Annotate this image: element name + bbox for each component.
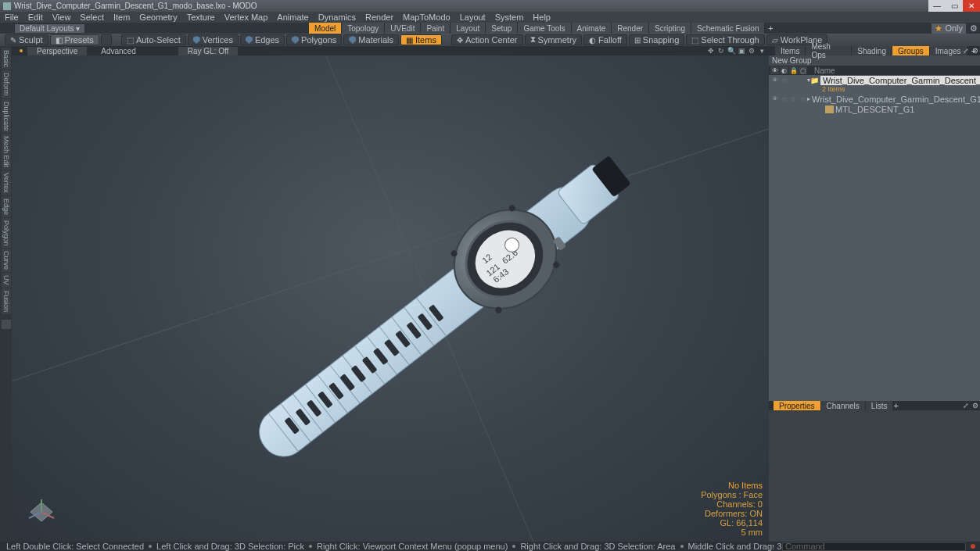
menu-select[interactable]: Select: [80, 13, 104, 22]
move-icon[interactable]: ✥: [707, 47, 715, 55]
rtab-items[interactable]: Items: [775, 46, 805, 55]
tree-root-label: Wrist_Dive_Computer_Garmin_Descent_G1: [820, 76, 980, 85]
vtab-uv[interactable]: UV: [2, 273, 11, 288]
vtab-edge[interactable]: Edge: [2, 196, 11, 217]
selectthrough-button[interactable]: ⬚ Select Through: [686, 34, 764, 45]
tab-model[interactable]: Model: [309, 23, 342, 34]
tab-paint[interactable]: Paint: [421, 23, 451, 34]
tab-layout[interactable]: Layout: [451, 23, 486, 34]
actioncenter-button[interactable]: ✥ Action Center: [451, 34, 523, 45]
record-button[interactable]: [968, 542, 977, 551]
vtab-fusion[interactable]: Fusion: [2, 288, 11, 314]
command-input[interactable]: Command: [782, 542, 966, 551]
menu-geometry[interactable]: Geometry: [139, 13, 177, 22]
menu-help[interactable]: Help: [533, 13, 551, 22]
ptab-lists[interactable]: Lists: [866, 401, 893, 410]
tab-uvedit[interactable]: UVEdit: [385, 23, 421, 34]
only-toggle[interactable]: ★Only: [932, 23, 966, 34]
viewport-header: Perspective Advanced Ray GL: Off ✥ ↻ 🔍 ▣…: [12, 46, 769, 55]
select-icon[interactable]: ▢: [799, 66, 807, 74]
minimize-button[interactable]: —: [928, 0, 946, 12]
menu-item[interactable]: Item: [113, 13, 130, 22]
tab-animate[interactable]: Animate: [572, 23, 612, 34]
rtab-images[interactable]: Images: [930, 46, 967, 55]
layout-tabs: Model Topology UVEdit Paint Layout Setup…: [309, 23, 776, 34]
maximize-button[interactable]: ▭: [946, 0, 963, 12]
layouts-dropdown[interactable]: Default Layouts ▾: [14, 23, 85, 34]
viewport-options-icon[interactable]: [20, 49, 23, 52]
view-perspective[interactable]: Perspective: [27, 47, 87, 55]
snapping-button[interactable]: ⊞ Snapping: [629, 34, 685, 45]
menu-system[interactable]: System: [495, 13, 524, 22]
menu-layout[interactable]: Layout: [460, 13, 486, 22]
add-tab-button[interactable]: +: [765, 23, 776, 34]
ptab-properties[interactable]: Properties: [774, 401, 820, 410]
materials-button[interactable]: Materials: [343, 34, 399, 45]
tab-setup[interactable]: Setup: [486, 23, 518, 34]
edges-button[interactable]: Edges: [240, 34, 285, 45]
vtab-curve[interactable]: Curve: [2, 249, 11, 272]
vtab-basic[interactable]: Basic: [2, 48, 11, 70]
menu-edit[interactable]: Edit: [28, 13, 43, 22]
menu-view[interactable]: View: [52, 13, 71, 22]
vtab-deform[interactable]: Deform: [2, 70, 11, 98]
falloff-button[interactable]: ◐ Falloff: [583, 34, 627, 45]
close-button[interactable]: ✕: [963, 0, 980, 12]
prop-expand-icon[interactable]: ⤢: [963, 402, 969, 410]
tab-gametools[interactable]: Game Tools: [518, 23, 571, 34]
solo-icon[interactable]: ◐: [780, 66, 788, 74]
view-advanced[interactable]: Advanced: [92, 47, 145, 55]
viewport-icons: ✥ ↻ 🔍 ▣ ⚙ ▾: [707, 47, 766, 55]
view-raygl[interactable]: Ray GL: Off: [178, 47, 239, 55]
items-button[interactable]: ▦ Items: [400, 34, 442, 45]
menu-file[interactable]: File: [5, 13, 19, 22]
chevron-down-icon[interactable]: ▾: [758, 47, 766, 55]
menu-animate[interactable]: Animate: [277, 13, 308, 22]
symmetry-button[interactable]: ⧗ Symmetry: [525, 34, 583, 45]
menu-texture[interactable]: Texture: [187, 13, 215, 22]
panel-gear-icon[interactable]: ⚙: [972, 47, 978, 55]
rtab-shading[interactable]: Shading: [852, 46, 892, 55]
ptab-add[interactable]: +: [893, 401, 898, 410]
menu-dynamics[interactable]: Dynamics: [318, 13, 356, 22]
new-group-button[interactable]: New Group: [769, 55, 980, 66]
axis-gizmo[interactable]: [26, 496, 57, 528]
vtab-meshedit[interactable]: Mesh Edit: [2, 134, 11, 170]
vertices-button[interactable]: Vertices: [188, 34, 239, 45]
rtab-meshops[interactable]: Mesh Ops: [806, 46, 851, 55]
tab-render[interactable]: Render: [612, 23, 649, 34]
gear-viewport-icon[interactable]: ⚙: [748, 47, 756, 55]
expand-panel-icon[interactable]: ⤢: [963, 47, 969, 55]
app-icon: [3, 2, 11, 10]
fill-toggle[interactable]: [101, 34, 112, 45]
eye-icon[interactable]: 👁: [770, 66, 779, 74]
settings-gear-icon[interactable]: ⚙: [969, 23, 978, 33]
menu-maptomodo[interactable]: MapToModo: [403, 13, 451, 22]
tab-schematicfusion[interactable]: Schematic Fusion: [691, 23, 765, 34]
tree-row-root[interactable]: 👁○ ▾📁 Wrist_Dive_Computer_Garmin_Descent…: [769, 75, 980, 85]
tab-topology[interactable]: Topology: [342, 23, 385, 34]
autoselect-button[interactable]: ⬚ Auto-Select: [121, 34, 186, 45]
tab-scripting[interactable]: Scripting: [649, 23, 691, 34]
presets-button[interactable]: ◧ Presets: [50, 34, 99, 45]
tree-row-mesh[interactable]: 👁○○○ ▸ Wrist_Dive_Computer_Garmin_Descen…: [769, 94, 980, 104]
menu-vertexmap[interactable]: Vertex Map: [224, 13, 268, 22]
prop-gear-icon[interactable]: ⚙: [972, 402, 978, 410]
fit-icon[interactable]: ▣: [738, 47, 745, 55]
ptab-channels[interactable]: Channels: [821, 401, 865, 410]
3d-viewport[interactable]: 12 93 121 62.6 6:43 No Item: [12, 55, 769, 542]
title-bar: Wrist_Dive_Computer_Garmin_Descent_G1_mo…: [0, 0, 980, 12]
left-collapse-icon[interactable]: [2, 320, 11, 329]
rtab-groups[interactable]: Groups: [892, 46, 929, 55]
zoom-icon[interactable]: 🔍: [727, 47, 735, 55]
vtab-vertex[interactable]: Vertex: [2, 170, 11, 195]
polygons-button[interactable]: Polygons: [286, 34, 342, 45]
rotate-icon[interactable]: ↻: [717, 47, 725, 55]
sculpt-button[interactable]: ✎ Sculpt: [5, 34, 48, 45]
tree-row-material[interactable]: MTL_DESCENT_G1: [769, 104, 980, 114]
command-caret-icon[interactable]: ›: [772, 542, 780, 550]
vtab-polygon[interactable]: Polygon: [2, 218, 11, 249]
vtab-duplicate[interactable]: Duplicate: [2, 99, 11, 134]
lock-icon[interactable]: 🔒: [789, 66, 798, 74]
menu-render[interactable]: Render: [365, 13, 393, 22]
